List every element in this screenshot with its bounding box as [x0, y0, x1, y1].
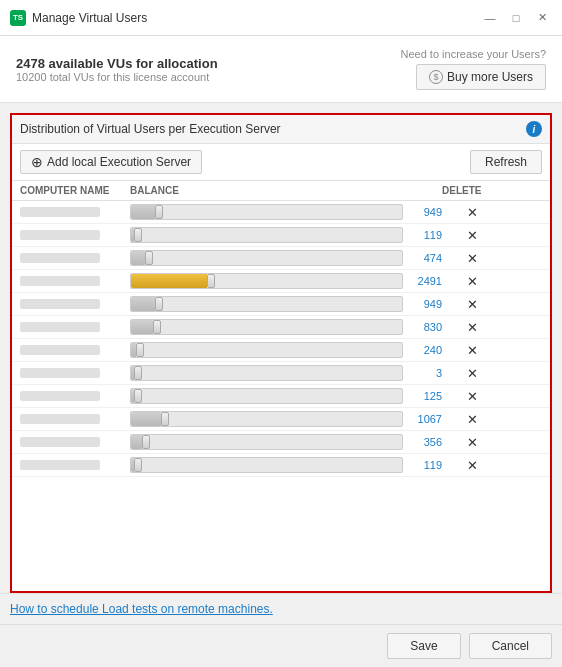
col-computer-name: COMPUTER NAME [20, 185, 130, 196]
table-row: 949✕ [12, 201, 550, 224]
slider-value: 474 [407, 252, 442, 264]
computer-name-cell [20, 368, 130, 378]
slider-fill [131, 435, 142, 449]
slider-thumb[interactable] [134, 458, 142, 472]
delete-button[interactable]: ✕ [442, 458, 502, 473]
slider-fill [131, 274, 207, 288]
slider-value: 830 [407, 321, 442, 333]
delete-button[interactable]: ✕ [442, 205, 502, 220]
delete-button[interactable]: ✕ [442, 343, 502, 358]
buy-more-users-button[interactable]: $ Buy more Users [416, 64, 546, 90]
balance-cell: 949 [130, 204, 442, 220]
vus-total: 10200 total VUs for this license account [16, 71, 218, 83]
slider-track[interactable] [130, 388, 403, 404]
computer-name-blur [20, 230, 100, 240]
slider-thumb[interactable] [145, 251, 153, 265]
app-icon: TS [10, 10, 26, 26]
computer-name-cell [20, 391, 130, 401]
plus-icon: ⊕ [31, 155, 43, 169]
delete-button[interactable]: ✕ [442, 435, 502, 450]
add-local-server-button[interactable]: ⊕ Add local Execution Server [20, 150, 202, 174]
info-icon[interactable]: i [526, 121, 542, 137]
balance-cell: 1067 [130, 411, 442, 427]
delete-button[interactable]: ✕ [442, 228, 502, 243]
slider-track[interactable] [130, 296, 403, 312]
table-row: 3✕ [12, 362, 550, 385]
slider-thumb[interactable] [134, 366, 142, 380]
slider-thumb[interactable] [155, 205, 163, 219]
refresh-button[interactable]: Refresh [470, 150, 542, 174]
slider-value: 1067 [407, 413, 442, 425]
slider-thumb[interactable] [134, 228, 142, 242]
window-title: Manage Virtual Users [32, 11, 480, 25]
slider-value: 240 [407, 344, 442, 356]
bottom-bar: Save Cancel [0, 624, 562, 667]
delete-button[interactable]: ✕ [442, 251, 502, 266]
slider-track[interactable] [130, 434, 403, 450]
slider-track[interactable] [130, 250, 403, 266]
slider-thumb[interactable] [155, 297, 163, 311]
vus-available: 2478 available VUs for allocation [16, 56, 218, 71]
slider-track[interactable] [130, 227, 403, 243]
cancel-button[interactable]: Cancel [469, 633, 552, 659]
computer-name-blur [20, 299, 100, 309]
balance-cell: 119 [130, 457, 442, 473]
slider-fill [131, 205, 155, 219]
slider-track[interactable] [130, 319, 403, 335]
slider-fill [131, 320, 153, 334]
balance-cell: 2491 [130, 273, 442, 289]
slider-thumb[interactable] [134, 389, 142, 403]
delete-button[interactable]: ✕ [442, 320, 502, 335]
slider-value: 949 [407, 298, 442, 310]
computer-name-cell [20, 460, 130, 470]
slider-track[interactable] [130, 411, 403, 427]
col-balance: BALANCE [130, 185, 442, 196]
window-header: 2478 available VUs for allocation 10200 … [0, 36, 562, 103]
delete-button[interactable]: ✕ [442, 366, 502, 381]
computer-name-blur [20, 276, 100, 286]
computer-name-blur [20, 368, 100, 378]
computer-name-blur [20, 460, 100, 470]
delete-button[interactable]: ✕ [442, 412, 502, 427]
slider-thumb[interactable] [136, 343, 144, 357]
close-button[interactable]: ✕ [532, 8, 552, 28]
slider-thumb[interactable] [142, 435, 150, 449]
computer-name-blur [20, 322, 100, 332]
slider-track[interactable] [130, 204, 403, 220]
window-controls: — □ ✕ [480, 8, 552, 28]
table-header: COMPUTER NAME BALANCE DELETE [12, 181, 550, 201]
main-content: Distribution of Virtual Users per Execut… [0, 103, 562, 593]
computer-name-blur [20, 414, 100, 424]
slider-track[interactable] [130, 365, 403, 381]
save-button[interactable]: Save [387, 633, 460, 659]
computer-name-cell [20, 437, 130, 447]
delete-button[interactable]: ✕ [442, 297, 502, 312]
buy-icon: $ [429, 70, 443, 84]
minimize-button[interactable]: — [480, 8, 500, 28]
maximize-button[interactable]: □ [506, 8, 526, 28]
computer-name-blur [20, 391, 100, 401]
table-row: 1067✕ [12, 408, 550, 431]
delete-button[interactable]: ✕ [442, 389, 502, 404]
slider-thumb[interactable] [207, 274, 215, 288]
buy-section: Need to increase your Users? $ Buy more … [400, 48, 546, 90]
schedule-link[interactable]: How to schedule Load tests on remote mac… [10, 602, 273, 616]
balance-cell: 356 [130, 434, 442, 450]
slider-track[interactable] [130, 342, 403, 358]
slider-fill [131, 412, 161, 426]
computer-name-blur [20, 207, 100, 217]
delete-button[interactable]: ✕ [442, 274, 502, 289]
table-row: 474✕ [12, 247, 550, 270]
table-row: 949✕ [12, 293, 550, 316]
table-row: 125✕ [12, 385, 550, 408]
computer-name-blur [20, 345, 100, 355]
slider-track[interactable] [130, 273, 403, 289]
computer-name-blur [20, 253, 100, 263]
slider-track[interactable] [130, 457, 403, 473]
slider-thumb[interactable] [153, 320, 161, 334]
need-increase-text: Need to increase your Users? [400, 48, 546, 60]
computer-name-cell [20, 207, 130, 217]
slider-thumb[interactable] [161, 412, 169, 426]
computer-name-blur [20, 437, 100, 447]
slider-value: 2491 [407, 275, 442, 287]
